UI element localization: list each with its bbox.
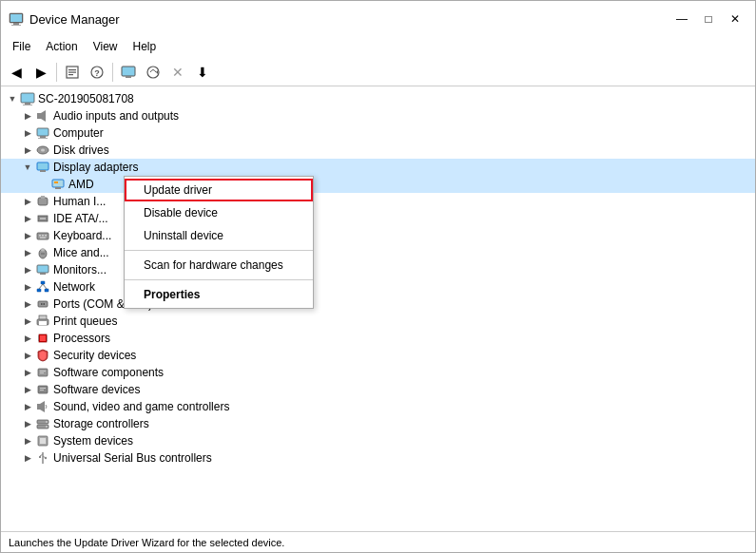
- tree-monitors[interactable]: ▶ Monitors...: [1, 261, 755, 278]
- amd-label: AMD: [68, 178, 94, 191]
- svg-rect-36: [45, 235, 47, 237]
- forward-button[interactable]: ▶: [29, 61, 52, 84]
- ctx-scan-hardware[interactable]: Scan for hardware changes: [125, 254, 313, 276]
- svg-rect-42: [40, 273, 46, 275]
- tree-print[interactable]: ▶ Print queues: [1, 313, 755, 330]
- mice-icon: [35, 245, 50, 260]
- back-button[interactable]: ◀: [5, 61, 28, 84]
- properties-button[interactable]: [61, 61, 84, 84]
- sound-expander: ▶: [20, 399, 35, 414]
- tree-sw-devices[interactable]: ▶ Software devices: [1, 381, 755, 398]
- update-driver-button[interactable]: ⬇: [191, 61, 214, 84]
- processors-icon: [35, 331, 50, 346]
- remove-device-button[interactable]: ✕: [166, 61, 189, 84]
- tree-sound[interactable]: ▶ Sound, video and game controllers: [1, 398, 755, 415]
- svg-rect-37: [40, 238, 46, 239]
- system-expander: ▶: [20, 433, 35, 448]
- device-tree[interactable]: ▼ SC-201905081708 ▶ Audio inputs and out…: [1, 86, 755, 531]
- audio-label: Audio inputs and outputs: [53, 109, 179, 123]
- svg-rect-15: [25, 103, 30, 105]
- svg-rect-67: [40, 390, 44, 391]
- ctx-uninstall-device[interactable]: Uninstall device: [125, 224, 313, 247]
- print-expander: ▶: [20, 314, 35, 329]
- svg-point-23: [41, 149, 45, 152]
- svg-rect-10: [122, 67, 135, 76]
- svg-rect-19: [37, 128, 48, 136]
- svg-rect-43: [41, 281, 45, 284]
- svg-rect-2: [13, 23, 19, 25]
- display-icon: [35, 160, 50, 175]
- hid-label: Human I...: [53, 195, 106, 208]
- sw-devices-label: Software devices: [53, 383, 140, 396]
- tree-system[interactable]: ▶ System devices: [1, 432, 755, 449]
- tree-sw-components[interactable]: ▶ Software components: [1, 364, 755, 381]
- svg-rect-20: [40, 136, 46, 138]
- tree-keyboard[interactable]: ▶ Keyboard...: [1, 227, 755, 244]
- svg-rect-25: [40, 170, 46, 172]
- minimize-button[interactable]: —: [669, 9, 694, 29]
- tree-ports[interactable]: ▶ Ports (COM & LPT): [1, 296, 755, 313]
- svg-point-40: [41, 249, 45, 252]
- tree-ide[interactable]: ▶ IDE ATA/...: [1, 210, 755, 227]
- mice-label: Mice and...: [53, 246, 109, 259]
- print-label: Print queues: [53, 315, 117, 328]
- svg-point-72: [46, 421, 48, 423]
- svg-rect-44: [37, 289, 41, 292]
- tree-network[interactable]: ▶ Network: [1, 278, 755, 296]
- svg-rect-16: [23, 105, 32, 105]
- show-monitor-button[interactable]: [117, 61, 140, 84]
- tree-usb[interactable]: ▶ Universal Serial Bus controllers: [1, 449, 755, 467]
- svg-rect-50: [44, 303, 46, 305]
- tree-mice[interactable]: ▶ Mice and...: [1, 244, 755, 261]
- ctx-update-driver[interactable]: Update driver: [125, 179, 313, 201]
- svg-rect-41: [37, 265, 48, 273]
- menu-file[interactable]: File: [5, 37, 38, 56]
- svg-rect-34: [39, 235, 41, 237]
- tree-display[interactable]: ▼ Display adapters: [1, 159, 755, 176]
- amd-expander: [35, 177, 50, 192]
- tree-computer[interactable]: ▶ Computer: [1, 124, 755, 142]
- ide-label: IDE ATA/...: [53, 212, 108, 225]
- menu-help[interactable]: Help: [126, 37, 165, 56]
- ctx-disable-device[interactable]: Disable device: [125, 201, 313, 224]
- help-button[interactable]: ?: [86, 61, 108, 84]
- tree-root[interactable]: ▼ SC-201905081708: [1, 90, 755, 107]
- tree-amd[interactable]: AMD: [1, 176, 755, 193]
- svg-marker-18: [41, 110, 46, 122]
- tree-audio[interactable]: ▶ Audio inputs and outputs: [1, 107, 755, 124]
- menu-view[interactable]: View: [86, 37, 126, 56]
- svg-rect-75: [40, 438, 46, 444]
- security-label: Security devices: [53, 349, 136, 362]
- maximize-button[interactable]: □: [696, 9, 721, 29]
- status-text: Launches the Update Driver Wizard for th…: [9, 537, 284, 548]
- network-icon: [35, 279, 50, 295]
- ctx-properties[interactable]: Properties: [125, 283, 313, 306]
- storage-icon: [35, 416, 50, 431]
- app-icon: [9, 11, 24, 27]
- svg-rect-21: [38, 138, 48, 139]
- monitors-label: Monitors...: [53, 263, 107, 276]
- svg-rect-3: [11, 25, 21, 26]
- window-title: Device Manager: [29, 12, 120, 27]
- tree-processors[interactable]: ▶ Processors: [1, 330, 755, 347]
- toolbar-separator-2: [112, 63, 113, 82]
- svg-rect-63: [40, 371, 46, 372]
- keyboard-expander: ▶: [20, 228, 35, 243]
- tree-storage[interactable]: ▶ Storage controllers: [1, 415, 755, 432]
- svg-marker-69: [40, 401, 45, 412]
- toolbar: ◀ ▶ ? ✕ ⬇: [1, 58, 755, 86]
- menu-action[interactable]: Action: [38, 37, 85, 56]
- tree-security[interactable]: ▶ Security devices: [1, 347, 755, 364]
- tree-disk[interactable]: ▶ Disk drives: [1, 142, 755, 159]
- sw-components-label: Software components: [53, 366, 164, 379]
- tree-hid[interactable]: ▶ Human I...: [1, 193, 755, 210]
- network-expander: ▶: [20, 279, 35, 295]
- toolbar-separator-1: [56, 63, 57, 82]
- security-expander: ▶: [20, 348, 35, 363]
- svg-rect-30: [41, 196, 45, 199]
- close-button[interactable]: ✕: [723, 9, 747, 29]
- keyboard-label: Keyboard...: [53, 229, 111, 242]
- scan-changes-button[interactable]: [142, 61, 165, 84]
- svg-rect-48: [38, 301, 48, 307]
- disk-icon: [35, 143, 50, 158]
